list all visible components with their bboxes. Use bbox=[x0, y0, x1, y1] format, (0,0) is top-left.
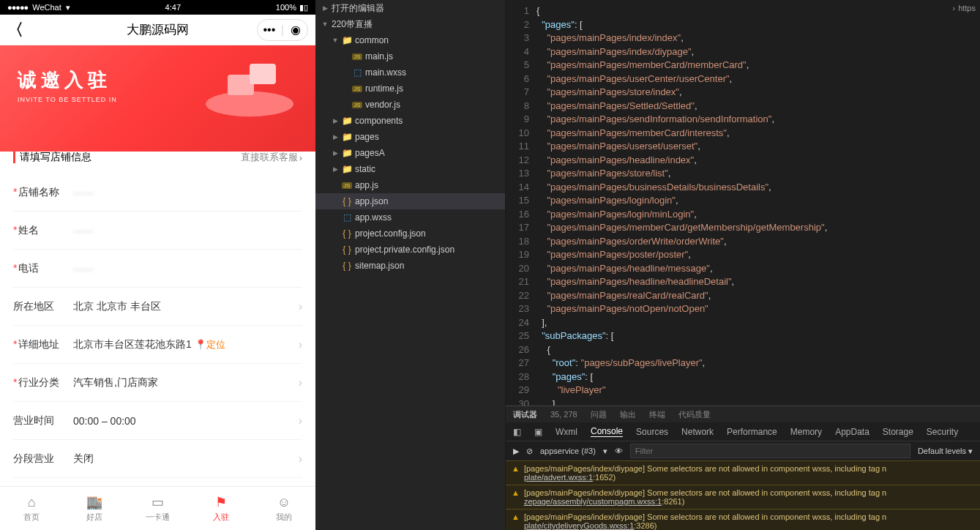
breadcrumb[interactable]: ›https bbox=[952, 1, 976, 15]
play-icon[interactable]: ▶ bbox=[513, 447, 519, 456]
panel-tab-1[interactable]: 35, 278 bbox=[550, 410, 577, 419]
field-value[interactable]: —— bbox=[73, 263, 302, 275]
tab-好店[interactable]: 🏬好店 bbox=[63, 487, 126, 530]
console-warning[interactable]: ▲[pages/mainPages/index/diypage] Some se… bbox=[506, 460, 980, 485]
tab-入驻[interactable]: ⚑入驻 bbox=[190, 487, 253, 530]
form-row-分段营业[interactable]: 分段营业关闭› bbox=[13, 440, 302, 478]
file-pages[interactable]: ▶📁pages bbox=[315, 129, 505, 145]
devtools-tabs[interactable]: ◧▣WxmlConsoleSourcesNetworkPerformanceMe… bbox=[506, 422, 980, 441]
field-value[interactable]: 北京市丰台区莲花池东路1📍定位 bbox=[73, 338, 299, 351]
explorer-section[interactable]: ▶打开的编辑器 bbox=[315, 0, 505, 16]
file-app.json[interactable]: { }app.json bbox=[315, 193, 505, 209]
file-runtime.js[interactable]: JSruntime.js bbox=[315, 81, 505, 97]
panel-tab-4[interactable]: 终端 bbox=[649, 409, 665, 420]
carrier-label: WeChat bbox=[32, 3, 61, 12]
status-bar: ●●●●● WeChat ▾ 4:47 100% ▮▯ bbox=[0, 0, 315, 15]
wifi-icon: ▾ bbox=[66, 3, 70, 12]
phone-header: 〈 大鹏源码网 ••• | ◉ bbox=[0, 15, 315, 45]
tab-icon: ⌂ bbox=[28, 495, 36, 510]
devtools-icon[interactable]: ▣ bbox=[534, 427, 542, 437]
stop-icon[interactable]: ⊘ bbox=[526, 447, 533, 456]
field-value[interactable]: —— bbox=[73, 225, 302, 236]
form-row-电话: *电话—— bbox=[13, 250, 302, 288]
file-project.private.config.json[interactable]: { }project.private.config.json bbox=[315, 242, 505, 258]
devtools-tab-wxml[interactable]: Wxml bbox=[556, 427, 577, 437]
file-main.js[interactable]: JSmain.js bbox=[315, 48, 505, 64]
chevron-right-icon: › bbox=[299, 376, 302, 389]
chevron-right-icon: › bbox=[299, 452, 302, 466]
tab-icon: ▭ bbox=[152, 494, 164, 510]
file-common[interactable]: ▼📁common bbox=[315, 32, 505, 48]
devtools-tab-memory[interactable]: Memory bbox=[790, 427, 822, 437]
tab-icon: 🏬 bbox=[86, 494, 102, 510]
field-label: *行业分类 bbox=[13, 376, 73, 389]
field-value[interactable]: 00:00 – 00:00 bbox=[73, 415, 299, 427]
field-value[interactable]: 关闭 bbox=[73, 452, 299, 466]
file-main.wxss[interactable]: ⬚main.wxss bbox=[315, 64, 505, 81]
devtools-tab-sources[interactable]: Sources bbox=[636, 427, 668, 437]
capsule-close-icon[interactable]: ◉ bbox=[287, 21, 304, 39]
file-static[interactable]: ▶📁static bbox=[315, 161, 505, 177]
file-app.wxss[interactable]: ⬚app.wxss bbox=[315, 209, 505, 225]
field-value[interactable]: 汽车销售,门店商家 bbox=[73, 376, 299, 389]
panel-tabs-primary[interactable]: 调试器35, 278问题输出终端代码质量 bbox=[506, 406, 980, 422]
tab-label: 好店 bbox=[86, 512, 102, 523]
eye-icon[interactable]: 👁 bbox=[615, 447, 623, 455]
field-value[interactable]: —— bbox=[73, 187, 302, 198]
file-explorer[interactable]: ▶打开的编辑器▼220带直播▼📁commonJSmain.js⬚main.wxs… bbox=[315, 0, 506, 530]
code-editor[interactable]: ›https 123456789101112131415161718192021… bbox=[506, 0, 980, 406]
wechat-capsule[interactable]: ••• | ◉ bbox=[257, 19, 308, 41]
file-pagesA[interactable]: ▶📁pagesA bbox=[315, 145, 505, 161]
file-app.js[interactable]: JSapp.js bbox=[315, 177, 505, 193]
log-levels-selector[interactable]: Default levels ▾ bbox=[918, 447, 973, 456]
console-output[interactable]: ▲[pages/mainPages/index/diypage] Some se… bbox=[506, 460, 980, 530]
form-row-营业时间[interactable]: 营业时间00:00 – 00:00› bbox=[13, 402, 302, 440]
field-label: 分段营业 bbox=[13, 452, 73, 466]
field-label: *详细地址 bbox=[13, 338, 73, 351]
console-filter-input[interactable] bbox=[630, 444, 910, 458]
field-label: 营业时间 bbox=[13, 414, 73, 428]
field-label: 所在地区 bbox=[13, 300, 73, 313]
file-project.config.json[interactable]: { }project.config.json bbox=[315, 225, 505, 242]
tab-一卡通[interactable]: ▭一卡通 bbox=[126, 487, 189, 530]
code-content[interactable]: { "pages": [ "pages/mainPages/index/inde… bbox=[536, 0, 980, 406]
devtools-tab-network[interactable]: Network bbox=[681, 427, 714, 437]
form-row-行业分类[interactable]: *行业分类汽车销售,门店商家› bbox=[13, 364, 302, 402]
devtools-icon[interactable]: ◧ bbox=[513, 427, 521, 437]
tab-首页[interactable]: ⌂首页 bbox=[0, 487, 63, 530]
contact-service-link[interactable]: 直接联系客服› bbox=[241, 151, 302, 164]
form-row-姓名: *姓名—— bbox=[13, 212, 302, 250]
panel-tab-5[interactable]: 代码质量 bbox=[678, 409, 711, 420]
back-icon[interactable]: 〈 bbox=[7, 19, 23, 41]
tab-我的[interactable]: ☺我的 bbox=[253, 487, 315, 530]
panel-tab-2[interactable]: 问题 bbox=[591, 409, 607, 420]
tab-label: 一卡通 bbox=[146, 512, 170, 523]
locate-button[interactable]: 📍定位 bbox=[195, 339, 225, 350]
console-warning[interactable]: ▲[pages/mainPages/index/diypage] Some se… bbox=[506, 509, 980, 530]
devtools-tab-performance[interactable]: Performance bbox=[727, 427, 777, 437]
context-selector[interactable]: appservice (#3) bbox=[540, 447, 596, 455]
file-components[interactable]: ▶📁components bbox=[315, 113, 505, 129]
devtools-tab-console[interactable]: Console bbox=[591, 426, 623, 437]
form-row-所在地区[interactable]: 所在地区北京 北京市 丰台区› bbox=[13, 288, 302, 326]
devtools-tab-security[interactable]: Security bbox=[927, 427, 958, 437]
explorer-section[interactable]: ▼220带直播 bbox=[315, 16, 505, 32]
form-row-详细地址[interactable]: *详细地址北京市丰台区莲花池东路1📍定位› bbox=[13, 326, 302, 364]
warning-icon: ▲ bbox=[512, 512, 520, 530]
chevron-right-icon: › bbox=[299, 414, 302, 428]
field-value[interactable]: 北京 北京市 丰台区 bbox=[73, 300, 299, 313]
devtools-tab-storage[interactable]: Storage bbox=[883, 427, 913, 437]
panel-tab-3[interactable]: 输出 bbox=[620, 409, 636, 420]
warning-icon: ▲ bbox=[512, 488, 520, 506]
field-label: *姓名 bbox=[13, 224, 73, 237]
capsule-more-icon[interactable]: ••• bbox=[261, 21, 278, 39]
form-row-店铺名称: *店铺名称—— bbox=[13, 173, 302, 212]
page-title: 大鹏源码网 bbox=[127, 21, 189, 38]
console-warning[interactable]: ▲[pages/mainPages/index/diypage] Some se… bbox=[506, 485, 980, 509]
devtools-tab-appdata[interactable]: AppData bbox=[835, 427, 869, 437]
field-label: *店铺名称 bbox=[13, 186, 73, 199]
field-label: *电话 bbox=[13, 262, 73, 275]
file-sitemap.json[interactable]: { }sitemap.json bbox=[315, 258, 505, 274]
file-vendor.js[interactable]: JSvendor.js bbox=[315, 97, 505, 113]
panel-tab-0[interactable]: 调试器 bbox=[513, 409, 537, 420]
